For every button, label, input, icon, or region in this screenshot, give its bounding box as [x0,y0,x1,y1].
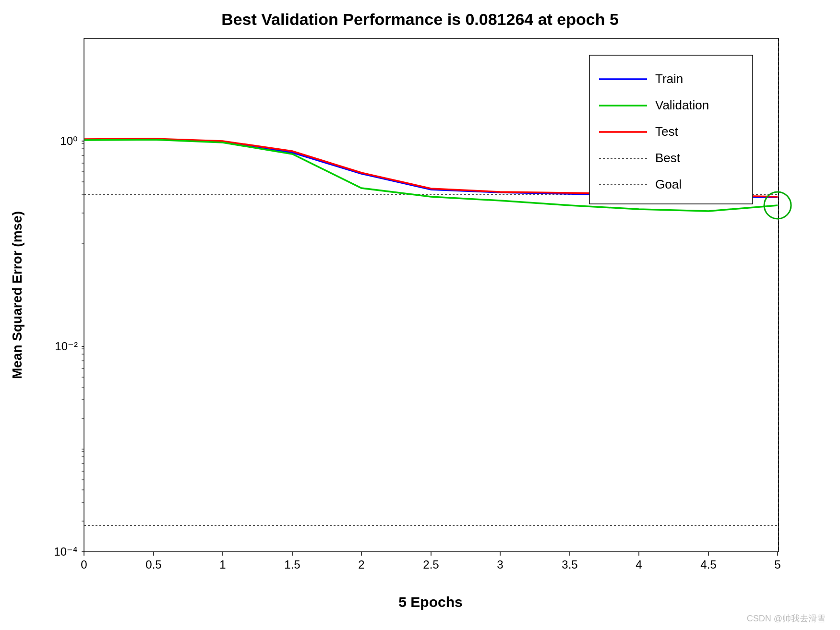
legend-best-label: Best [655,151,681,165]
x-tick-1.5: 1.5 [284,558,300,571]
legend-validation-label: Validation [655,98,709,112]
legend-train-label: Train [655,71,683,86]
x-tick-2.5: 2.5 [423,558,439,571]
y-axis-label: Mean Squared Error (mse) [10,211,24,379]
x-axis-label: 5 Epochs [398,594,462,610]
x-tick-3.5: 3.5 [562,558,577,571]
chart-container: Best Validation Performance is 0.081264 … [0,0,840,630]
watermark: CSDN @帅我去滑雪 [747,614,826,623]
x-tick-4: 4 [636,558,642,571]
x-tick-0: 0 [81,558,87,571]
y-tick-1em2: 10⁻² [55,340,78,353]
x-tick-4.5: 4.5 [700,558,716,571]
chart-title: Best Validation Performance is 0.081264 … [221,10,619,28]
y-tick-1e0: 10⁰ [60,134,78,147]
y-tick-1em4: 10⁻⁴ [54,545,78,558]
legend-goal-label: Goal [655,177,682,191]
legend-test-label: Test [655,124,678,139]
x-tick-2: 2 [358,558,364,571]
x-tick-1: 1 [219,558,226,571]
x-tick-3: 3 [497,558,503,571]
x-tick-5: 5 [774,558,780,571]
x-tick-0.5: 0.5 [145,558,161,571]
